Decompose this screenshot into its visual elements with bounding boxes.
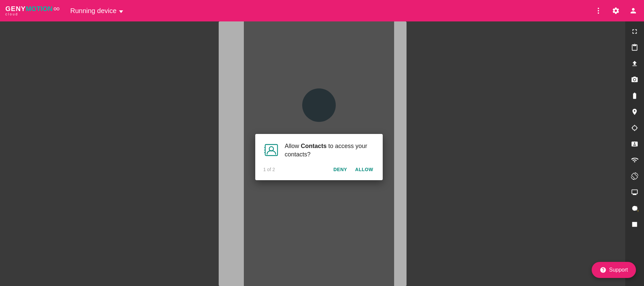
clipboard-button[interactable]: [627, 40, 642, 55]
upload-button[interactable]: [627, 56, 642, 71]
logo-area: GENY MOTION oo cloud: [5, 5, 59, 16]
location-button[interactable]: [627, 104, 642, 119]
fullscreen-button[interactable]: [627, 24, 642, 39]
camera-button[interactable]: [627, 72, 642, 87]
running-device-button[interactable]: Running device: [70, 7, 123, 15]
svg-point-0: [598, 8, 599, 9]
phone-screen[interactable]: Allow Contacts to access your contacts? …: [244, 21, 394, 286]
header: GENY MOTION oo cloud Running device: [0, 0, 644, 21]
more-options-icon[interactable]: [593, 5, 604, 16]
rotate-button[interactable]: [627, 169, 642, 184]
permission-dialog: Allow Contacts to access your contacts? …: [255, 134, 383, 180]
contacts-icon: [263, 142, 279, 158]
support-button[interactable]: Support: [592, 262, 636, 278]
right-toolbar: ⚡: [625, 21, 644, 286]
main: Allow Contacts to access your contacts? …: [0, 21, 644, 286]
logo-text: GENY MOTION oo cloud: [5, 5, 59, 16]
chevron-down-icon: [119, 7, 123, 15]
running-device-label: Running device: [70, 7, 116, 15]
phone-frame: Allow Contacts to access your contacts? …: [219, 21, 407, 286]
logo-geny: GENY: [5, 5, 26, 12]
crosshair-button[interactable]: [627, 121, 642, 135]
dialog-counter: 1 of 2: [263, 167, 275, 172]
support-label: Support: [609, 267, 628, 273]
svg-point-1: [598, 10, 599, 11]
account-icon[interactable]: [628, 5, 639, 16]
dialog-overlay: Allow Contacts to access your contacts? …: [244, 21, 394, 286]
battery-button[interactable]: [627, 88, 642, 103]
svg-rect-10: [632, 222, 637, 227]
device-area: Allow Contacts to access your contacts? …: [0, 21, 625, 286]
record-button[interactable]: ⚡: [627, 201, 642, 216]
stop-button[interactable]: [627, 217, 642, 232]
svg-point-2: [598, 12, 599, 14]
settings-icon[interactable]: [610, 5, 621, 16]
logo-circles: oo: [54, 6, 60, 11]
dialog-text: Allow Contacts to access your contacts?: [285, 142, 375, 159]
phone-right-bar: [394, 21, 407, 286]
header-right: [593, 5, 639, 16]
display-button[interactable]: [627, 185, 642, 200]
logo-cloud: cloud: [5, 13, 59, 16]
dialog-title-pre: Allow: [285, 143, 301, 149]
dialog-footer: 1 of 2 DENY ALLOW: [263, 164, 375, 175]
dialog-buttons: DENY ALLOW: [332, 164, 375, 175]
svg-text:⚡: ⚡: [637, 209, 638, 212]
logo-motion: MOTION: [26, 5, 53, 12]
device-id-button[interactable]: [627, 137, 642, 151]
phone-left-bar: [219, 21, 244, 286]
dialog-title-bold: Contacts: [301, 143, 327, 149]
wifi-button[interactable]: [627, 153, 642, 167]
allow-button[interactable]: ALLOW: [354, 164, 375, 175]
deny-button[interactable]: DENY: [332, 164, 348, 175]
dialog-header: Allow Contacts to access your contacts?: [263, 142, 375, 159]
